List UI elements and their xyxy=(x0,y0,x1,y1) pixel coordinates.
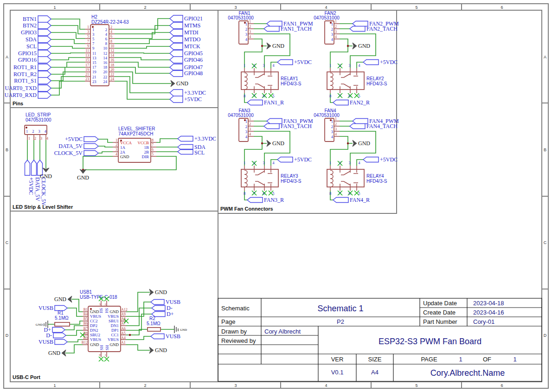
page-value: P2 xyxy=(337,318,344,325)
h2-right-wires xyxy=(115,19,171,99)
net-label: VUSB xyxy=(39,305,53,311)
net-label: +3.3VDC xyxy=(194,135,216,142)
net-label: D+ xyxy=(167,311,174,317)
drawn-by-value: Cory Albrecht xyxy=(264,328,301,335)
led-pin-names: 1234 xyxy=(26,129,47,134)
junction-dot xyxy=(129,334,131,336)
shifter-part-number: 74AXP2T45DCH xyxy=(118,131,154,136)
net-label: SCL xyxy=(194,149,205,156)
shifter-pin-name: DIR xyxy=(142,154,149,159)
usb-shield-pin-name: SH xyxy=(99,345,104,350)
power-label: +5VDC xyxy=(184,96,202,103)
fan-pin-names: 1234 xyxy=(245,119,248,139)
usb-part-number: USB-TYPE-C-018 xyxy=(80,295,117,300)
net-label: FAN1_R xyxy=(264,99,284,106)
usb-pin-name: GND xyxy=(90,342,99,347)
frame-col-label: 4 xyxy=(325,383,327,388)
net-label: GPIO16 xyxy=(18,57,37,63)
net-label: FAN2_TACH xyxy=(366,26,398,32)
frame-row-label: C xyxy=(6,240,9,245)
gnd-symbol xyxy=(171,80,175,87)
gnd-label: GND xyxy=(272,140,284,147)
gnd-label: GND xyxy=(180,328,187,332)
r2-value: 5.1MΩ xyxy=(147,321,160,326)
gnd-symbol xyxy=(149,347,154,353)
usb-pin-name: GND xyxy=(90,309,99,314)
frame-row-label: B xyxy=(6,148,8,152)
page-number: 1 xyxy=(459,356,462,363)
net-label: MTCK xyxy=(184,43,200,50)
frame-row-label: D xyxy=(544,333,547,338)
board-title: ESP32-S3 PWM Fan Board xyxy=(379,337,481,346)
shifter-right-pin-numbers: 8765 xyxy=(152,138,154,156)
led-strip-block: LED_STRIP 0470531000 1234 1234 +5VDC DAT… xyxy=(25,112,52,206)
gnd-label: GND xyxy=(36,323,43,327)
relay-refdes: RELAY3 xyxy=(281,174,298,179)
h2-refdes: H2 xyxy=(91,14,97,19)
power-label: +5VDC xyxy=(380,59,398,65)
relay-top-pin-numbers: 1234 xyxy=(244,63,275,68)
h2-part-number: DZ254R-22-24-63 xyxy=(91,19,129,25)
fan-pin-numbers: 1234 xyxy=(249,117,251,136)
frame-col-label: 5 xyxy=(415,383,417,388)
author-name: Cory.Albrecht.Name xyxy=(430,368,505,378)
frame-col-label: 1 xyxy=(53,5,56,10)
led-part-number: 0470531000 xyxy=(26,117,51,122)
gnd-label: GND xyxy=(272,43,284,49)
schematic-canvas: 1 2 3 4 5 6 1 2 3 4 5 6 A B C D A B C D … xyxy=(0,0,552,392)
power-label: +5VDC xyxy=(294,59,312,65)
gnd-symbol xyxy=(62,350,66,356)
usb-shield-pin-name: SH xyxy=(105,345,109,350)
shifter-pin-name: 1A xyxy=(120,145,126,150)
net-label: UART0_RXD xyxy=(5,92,37,98)
shifter-pin-name: 2B xyxy=(144,150,149,154)
fan-pin-names: 1234 xyxy=(245,22,248,42)
pwm-section-label: PWM Fan Connectors xyxy=(220,206,273,212)
net-label: GPIO15 xyxy=(18,50,37,57)
led-refdes: LED_STRIP xyxy=(26,112,51,117)
frame-row-label: A xyxy=(6,55,8,59)
schematic-page: 1 2 3 4 5 6 1 2 3 4 5 6 A B C D A B C D … xyxy=(0,0,552,392)
shifter-pin-name: VCCB xyxy=(137,141,149,145)
frame-col-label: 4 xyxy=(325,5,327,10)
usb-pin-name: VBUS xyxy=(108,314,119,319)
relay-top-pin-numbers: 1234 xyxy=(244,161,275,165)
net-label: GPIO3 xyxy=(21,29,37,36)
net-label: GPIO46 xyxy=(184,57,203,63)
h2-left-wires xyxy=(51,19,85,95)
schematic-label: Schematic xyxy=(221,305,250,312)
fan2-block: FAN2 0470531000 1234 1234 FAN2_PWM FAN2_… xyxy=(314,11,399,106)
frame-col-label: 6 xyxy=(501,383,503,388)
gnd-symbol xyxy=(43,168,49,172)
fan4-block: FAN4 0470531000 1234 1234 FAN4_PWM FAN4_… xyxy=(314,108,399,203)
frame-col-label: 2 xyxy=(144,5,146,10)
relay-part-number: HFD4/3-S xyxy=(366,81,387,86)
usb-pin-name: DP1 xyxy=(111,328,119,333)
h2-left-pin-names: 1357911131517192123 xyxy=(92,27,96,84)
usb-refdes: USB1 xyxy=(80,289,92,295)
gnd-label: GND xyxy=(358,140,370,147)
update-date-label: Update Date xyxy=(423,300,457,307)
frame-col-label: 5 xyxy=(415,5,417,10)
create-date-value: 2023-04-16 xyxy=(473,309,504,316)
fan-pin-names: 1234 xyxy=(331,119,334,139)
level-shifter-block: LEVEL_SHIFTER 74AXP2T45DCH 1234 8765 VCC… xyxy=(54,126,216,181)
net-label: MTDO xyxy=(184,36,201,43)
net-label: FAN4_R xyxy=(350,197,370,203)
net-label: VUSB xyxy=(166,299,180,305)
net-label: UART0_TXD xyxy=(5,85,37,91)
relay-part-number: HFD4/3-S xyxy=(281,81,302,86)
net-label: DATA_5V xyxy=(34,177,41,201)
earth-ground xyxy=(174,326,178,333)
net-label: GPIO48 xyxy=(184,70,203,77)
h2-left-net-flags xyxy=(38,16,51,98)
gnd-symbol xyxy=(68,296,72,302)
shifter-left-pin-numbers: 1234 xyxy=(116,138,117,156)
relay-refdes: RELAY4 xyxy=(366,174,384,179)
fan-pin-numbers: 1234 xyxy=(335,117,337,136)
ver-label: VER xyxy=(331,356,344,363)
shifter-right-net-flags xyxy=(178,136,193,154)
net-label: D- xyxy=(46,332,52,339)
of-number: 1 xyxy=(513,356,516,363)
shifter-pin-name: 2A xyxy=(120,150,126,154)
